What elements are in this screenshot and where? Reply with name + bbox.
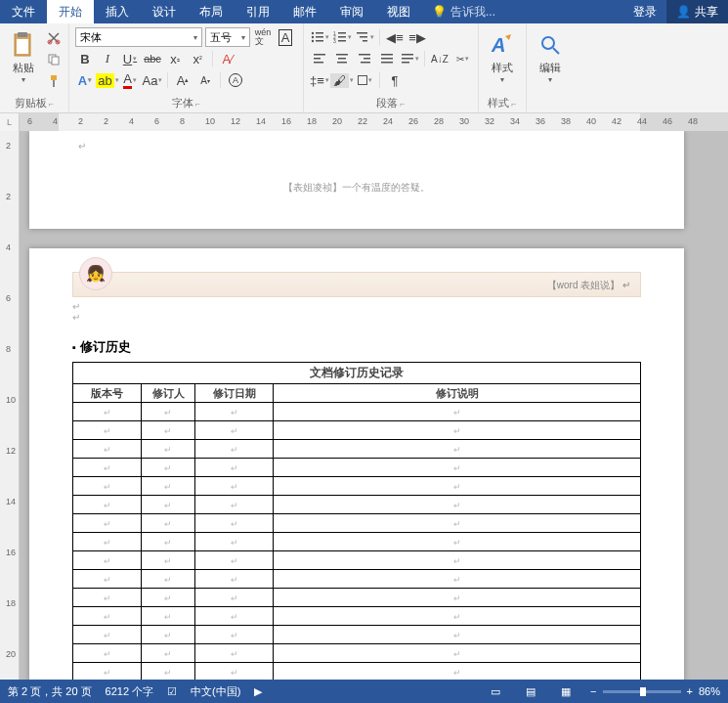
table-cell[interactable]: ↵ xyxy=(195,533,274,551)
table-cell[interactable]: ↵ xyxy=(142,403,195,421)
phonetic-guide-button[interactable]: wén文 xyxy=(253,27,273,47)
table-cell[interactable]: ↵ xyxy=(274,607,641,626)
table-cell[interactable]: ↵ xyxy=(274,421,641,440)
tab-home[interactable]: 开始 xyxy=(47,0,94,23)
bold-button[interactable]: B xyxy=(75,49,95,68)
table-cell[interactable]: ↵ xyxy=(73,403,142,421)
dialog-launcher-icon[interactable]: ⌐ xyxy=(400,99,405,109)
macro-icon[interactable]: ▶ xyxy=(254,685,262,698)
document-area[interactable]: ↵ 【表姐凌祯】一个有温度的答疑。 👧 【word 表姐说】 ↵ ↵ ↵ ▪修订… xyxy=(20,131,728,680)
table-cell[interactable]: ↵ xyxy=(142,496,195,514)
styles-button[interactable]: A 样式 ▾ xyxy=(483,25,522,90)
dialog-launcher-icon[interactable]: ⌐ xyxy=(195,99,200,109)
justify-button[interactable] xyxy=(377,49,397,68)
table-cell[interactable]: ↵ xyxy=(73,644,142,663)
table-cell[interactable]: ↵ xyxy=(73,663,142,681)
zoom-level[interactable]: 86% xyxy=(699,685,720,697)
tab-file[interactable]: 文件 xyxy=(0,0,47,23)
editing-button[interactable]: 编辑 ▾ xyxy=(531,25,570,90)
multilevel-button[interactable]: ▾ xyxy=(355,27,374,47)
italic-button[interactable]: I xyxy=(98,49,117,68)
shading-button[interactable]: 🖌▾ xyxy=(332,70,352,90)
table-cell[interactable]: ↵ xyxy=(142,440,195,459)
spellcheck-icon[interactable]: ☑ xyxy=(167,685,177,698)
table-cell[interactable]: ↵ xyxy=(195,403,274,421)
table-cell[interactable]: ↵ xyxy=(195,607,274,626)
underline-button[interactable]: U▾ xyxy=(120,49,140,68)
table-cell[interactable]: ↵ xyxy=(195,589,274,607)
table-cell[interactable]: ↵ xyxy=(73,477,142,496)
table-cell[interactable]: ↵ xyxy=(142,589,195,607)
format-painter-button[interactable] xyxy=(45,72,63,90)
bullets-button[interactable]: ▾ xyxy=(310,27,329,47)
char-border-button[interactable]: A xyxy=(276,27,295,47)
paste-button[interactable]: 粘贴 ▾ xyxy=(4,25,43,90)
table-cell[interactable]: ↵ xyxy=(195,459,274,477)
table-cell[interactable]: ↵ xyxy=(142,570,195,589)
tab-mailings[interactable]: 邮件 xyxy=(281,0,328,23)
table-cell[interactable]: ↵ xyxy=(274,459,641,477)
page-indicator[interactable]: 第 2 页，共 20 页 xyxy=(8,684,92,699)
clear-format-button[interactable]: A⁄ xyxy=(218,49,237,68)
word-count[interactable]: 6212 个字 xyxy=(106,684,154,699)
table-cell[interactable]: ↵ xyxy=(195,551,274,570)
table-cell[interactable]: ↵ xyxy=(73,421,142,440)
tell-me[interactable]: 💡告诉我... xyxy=(422,4,505,21)
table-cell[interactable]: ↵ xyxy=(195,626,274,644)
increase-indent-button[interactable]: ≡▶ xyxy=(407,27,427,47)
table-cell[interactable]: ↵ xyxy=(274,644,641,663)
zoom-out-button[interactable]: − xyxy=(590,685,596,697)
language-indicator[interactable]: 中文(中国) xyxy=(191,684,240,699)
view-print-button[interactable]: ▤ xyxy=(520,682,541,700)
sort-button[interactable]: A↓Z xyxy=(430,49,450,68)
enclose-char-button[interactable]: A xyxy=(226,70,245,90)
distributed-button[interactable]: ▾ xyxy=(400,49,419,68)
table-cell[interactable]: ↵ xyxy=(195,440,274,459)
table-cell[interactable]: ↵ xyxy=(274,663,641,681)
table-cell[interactable]: ↵ xyxy=(274,551,641,570)
table-cell[interactable]: ↵ xyxy=(142,551,195,570)
tab-design[interactable]: 设计 xyxy=(141,0,188,23)
view-read-button[interactable]: ▭ xyxy=(485,682,506,700)
dialog-launcher-icon[interactable]: ⌐ xyxy=(511,99,516,109)
numbering-button[interactable]: 123▾ xyxy=(332,27,352,47)
table-cell[interactable]: ↵ xyxy=(142,607,195,626)
shrink-font-button[interactable]: A▾ xyxy=(195,70,215,90)
dialog-launcher-icon[interactable]: ⌐ xyxy=(49,99,54,109)
ruler-horizontal[interactable]: L 64224681012141618202224262830323436384… xyxy=(0,113,728,131)
strike-button[interactable]: abc xyxy=(143,49,162,68)
borders-button[interactable]: ▾ xyxy=(355,70,374,90)
table-cell[interactable]: ↵ xyxy=(73,533,142,551)
table-cell[interactable]: ↵ xyxy=(274,514,641,533)
table-cell[interactable]: ↵ xyxy=(195,663,274,681)
table-cell[interactable]: ↵ xyxy=(142,626,195,644)
align-left-button[interactable] xyxy=(310,49,329,68)
table-cell[interactable]: ↵ xyxy=(274,403,641,421)
share-button[interactable]: 👤共享 xyxy=(666,0,728,23)
font-color-button[interactable]: A▾ xyxy=(120,70,140,90)
font-size-select[interactable]: 五号▾ xyxy=(205,27,250,47)
table-cell[interactable]: ↵ xyxy=(142,459,195,477)
table-cell[interactable]: ↵ xyxy=(142,663,195,681)
align-right-button[interactable] xyxy=(355,49,374,68)
tab-layout[interactable]: 布局 xyxy=(188,0,235,23)
table-cell[interactable]: ↵ xyxy=(73,496,142,514)
tab-references[interactable]: 引用 xyxy=(235,0,281,23)
table-cell[interactable]: ↵ xyxy=(142,533,195,551)
table-cell[interactable]: ↵ xyxy=(142,514,195,533)
subscript-button[interactable]: x₂ xyxy=(165,49,185,68)
line-spacing-button[interactable]: ‡≡▾ xyxy=(310,70,329,90)
table-cell[interactable]: ↵ xyxy=(73,551,142,570)
table-cell[interactable]: ↵ xyxy=(195,496,274,514)
table-cell[interactable]: ↵ xyxy=(73,626,142,644)
pilcrow-button[interactable]: ¶ xyxy=(385,70,405,90)
tab-insert[interactable]: 插入 xyxy=(94,0,141,23)
show-marks-button[interactable]: ✂▾ xyxy=(452,49,472,68)
table-cell[interactable]: ↵ xyxy=(73,607,142,626)
tab-view[interactable]: 视图 xyxy=(375,0,422,23)
ruler-vertical[interactable]: 22468101214161820 xyxy=(0,131,20,680)
table-cell[interactable]: ↵ xyxy=(195,570,274,589)
table-cell[interactable]: ↵ xyxy=(274,589,641,607)
login-button[interactable]: 登录 xyxy=(623,0,666,23)
zoom-in-button[interactable]: + xyxy=(687,685,693,697)
